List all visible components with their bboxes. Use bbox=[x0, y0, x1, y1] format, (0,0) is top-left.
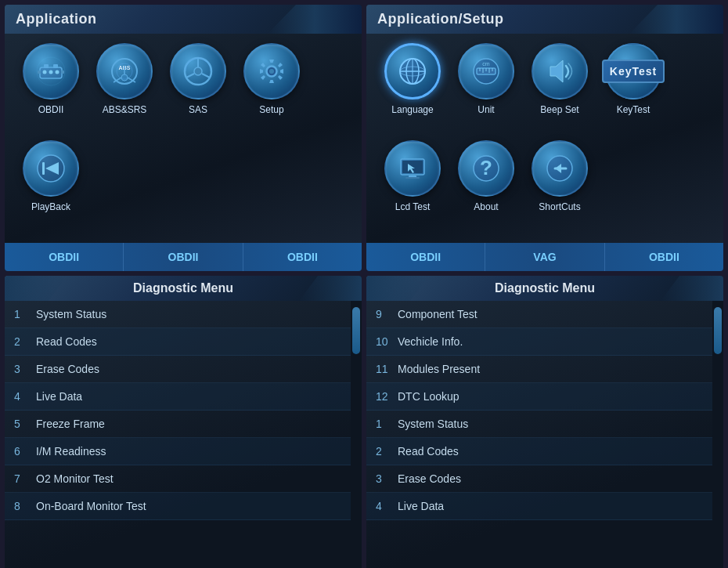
svg-point-23 bbox=[269, 69, 274, 74]
list-item[interactable]: 12DTC Lookup bbox=[366, 383, 712, 411]
sas-icon-circle bbox=[170, 43, 226, 99]
diag-num: 10 bbox=[376, 335, 398, 348]
list-item[interactable]: 10Vechicle Info. bbox=[366, 328, 712, 356]
svg-point-5 bbox=[49, 71, 53, 74]
diag-num: 12 bbox=[376, 390, 398, 403]
diag-label: Live Data bbox=[36, 390, 82, 403]
list-item[interactable]: 8On-Board Monitor Test bbox=[5, 493, 351, 520]
sidebar-item-obdii[interactable]: OBDII bbox=[16, 43, 86, 115]
list-item[interactable]: 5Freeze Frame bbox=[5, 411, 351, 438]
keytest-icon-circle: KeyTest bbox=[605, 43, 661, 99]
list-item[interactable]: 7O2 Monitor Test bbox=[5, 465, 351, 493]
sidebar-item-setup[interactable]: Setup bbox=[236, 43, 307, 115]
sidebar-item-beepset[interactable]: Beep Set bbox=[524, 43, 595, 115]
diag-left-header: Diagnostic Menu bbox=[5, 276, 362, 301]
lcdtest-label: Lcd Test bbox=[395, 201, 430, 212]
obdii-label: OBDII bbox=[38, 104, 64, 115]
list-item[interactable]: 6I/M Readiness bbox=[5, 438, 351, 465]
sidebar-item-shortcuts[interactable]: ShortCuts bbox=[524, 140, 595, 212]
obdii-icon-circle bbox=[23, 43, 79, 99]
diag-right-scrollbar[interactable] bbox=[712, 301, 723, 568]
abssrs-icon-circle: ABS bbox=[96, 43, 153, 99]
svg-point-4 bbox=[43, 71, 47, 74]
sidebar-item-lcdtest[interactable]: Lcd Test bbox=[377, 140, 448, 212]
diag-num: 4 bbox=[14, 390, 36, 403]
diag-num: 5 bbox=[14, 418, 36, 430]
diag-num: 1 bbox=[376, 418, 398, 430]
diag-label: Component Test bbox=[398, 308, 478, 320]
sidebar-item-playback[interactable]: PlayBack bbox=[16, 140, 86, 212]
diag-label: System Status bbox=[36, 308, 106, 320]
diag-label: Read Codes bbox=[36, 335, 97, 348]
setup-icon-circle bbox=[243, 43, 300, 99]
diag-label: Modules Present bbox=[398, 363, 480, 375]
steering-icon bbox=[181, 54, 215, 89]
svg-rect-7 bbox=[38, 71, 41, 74]
diag-left-title: Diagnostic Menu bbox=[133, 281, 233, 295]
diag-label: Live Data bbox=[398, 500, 444, 512]
sidebar-item-keytest[interactable]: KeyTest KeyTest bbox=[598, 43, 669, 115]
diag-right-header: Diagnostic Menu bbox=[366, 276, 723, 301]
app-panel-header: Application bbox=[5, 5, 362, 34]
about-label: About bbox=[474, 201, 498, 212]
unit-icon-circle: cm bbox=[458, 43, 514, 99]
sidebar-item-about[interactable]: ? About bbox=[451, 140, 521, 212]
list-item[interactable]: 2Read Codes bbox=[366, 438, 712, 465]
setup-footer-btn-2[interactable]: VAG bbox=[485, 243, 604, 271]
list-item[interactable]: 1System Status bbox=[5, 301, 351, 328]
app-footer-btn-3[interactable]: OBDII bbox=[243, 243, 362, 271]
shortcuts-label: ShortCuts bbox=[539, 201, 580, 212]
svg-text:?: ? bbox=[480, 156, 492, 179]
sidebar-item-language[interactable]: Language bbox=[377, 43, 448, 115]
sas-label: SAS bbox=[189, 104, 207, 115]
diag-label: System Status bbox=[398, 418, 468, 430]
sidebar-item-sas[interactable]: SAS bbox=[163, 43, 233, 115]
diag-left-scrollbar[interactable] bbox=[351, 301, 362, 568]
list-item[interactable]: 1System Status bbox=[366, 411, 712, 438]
setup-footer-btn-3[interactable]: OBDII bbox=[605, 243, 723, 271]
list-item[interactable]: 3Erase Codes bbox=[5, 356, 351, 383]
main-grid: Application bbox=[0, 0, 728, 568]
sidebar-item-unit[interactable]: cm Unit bbox=[451, 43, 521, 115]
diag-num: 2 bbox=[14, 335, 36, 348]
svg-point-12 bbox=[121, 74, 128, 81]
unit-label: Unit bbox=[478, 104, 494, 115]
shortcuts-icon-circle bbox=[532, 140, 588, 197]
app-footer-btn-1[interactable]: OBDII bbox=[5, 243, 124, 271]
list-item[interactable]: 3Erase Codes bbox=[366, 465, 712, 493]
keytest-label: KeyTest bbox=[617, 104, 651, 115]
language-icon-circle bbox=[384, 43, 441, 99]
diag-label: DTC Lookup bbox=[398, 390, 460, 403]
abs-icon: ABS bbox=[107, 54, 142, 89]
diag-num: 3 bbox=[376, 472, 398, 485]
app-title: Application bbox=[16, 11, 97, 27]
list-item[interactable]: 4Live Data bbox=[5, 383, 351, 411]
list-item[interactable]: 4Live Data bbox=[366, 493, 712, 520]
list-item[interactable]: 2Read Codes bbox=[5, 328, 351, 356]
globe-icon bbox=[395, 54, 430, 89]
svg-point-17 bbox=[194, 67, 202, 75]
diag-right-list: 9Component Test10Vechicle Info.11Modules… bbox=[366, 301, 712, 568]
sidebar-item-abssrs[interactable]: ABS ABS&SRS bbox=[89, 43, 160, 115]
setup-footer-btn-1[interactable]: OBDII bbox=[366, 243, 485, 271]
app-footer-btn-2[interactable]: OBDII bbox=[124, 243, 243, 271]
diag-label: Vechicle Info. bbox=[398, 335, 463, 348]
application-panel: Application bbox=[5, 5, 362, 271]
diag-num: 7 bbox=[14, 472, 36, 485]
diag-num: 1 bbox=[14, 308, 36, 320]
diag-label: On-Board Monitor Test bbox=[36, 500, 146, 512]
svg-rect-2 bbox=[44, 64, 49, 68]
language-label: Language bbox=[391, 104, 433, 115]
diag-label: O2 Monitor Test bbox=[36, 472, 114, 485]
setup-panel: Application/Setup Language bbox=[366, 5, 723, 271]
svg-rect-8 bbox=[61, 71, 64, 74]
list-item[interactable]: 11Modules Present bbox=[366, 356, 712, 383]
setup-footer: OBDII VAG OBDII bbox=[366, 243, 723, 271]
beepset-icon-circle bbox=[532, 43, 588, 99]
diag-num: 2 bbox=[376, 445, 398, 458]
list-item[interactable]: 9Component Test bbox=[366, 301, 712, 328]
diag-right-panel: Diagnostic Menu 9Component Test10Vechicl… bbox=[366, 276, 723, 568]
back-icon bbox=[542, 151, 577, 186]
svg-point-6 bbox=[56, 71, 59, 74]
setup-label: Setup bbox=[259, 104, 283, 115]
